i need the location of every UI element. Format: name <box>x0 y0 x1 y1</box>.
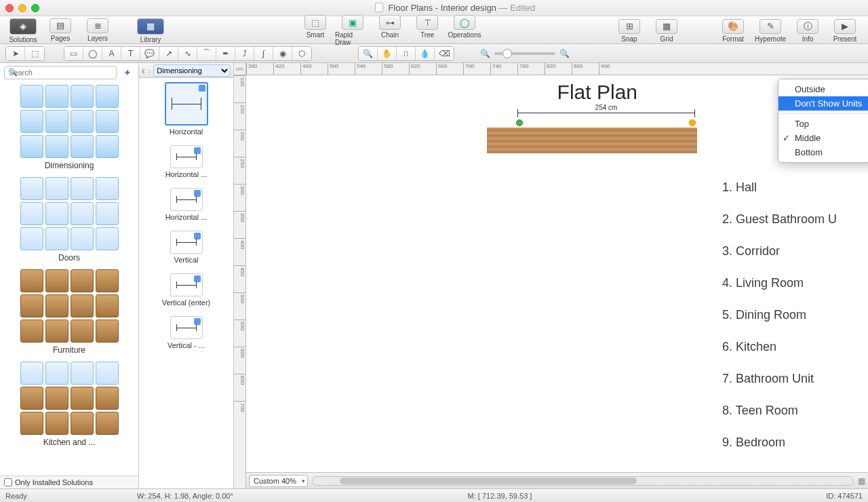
chain-button[interactable]: ⊶Chain <box>372 15 408 46</box>
textbox-tool[interactable]: 𝖳 <box>121 47 140 60</box>
zoom-tool[interactable]: 🔍 <box>359 47 378 60</box>
shape-item-4[interactable]: Vertical (enter) <box>143 273 229 307</box>
pages-button[interactable]: ▤Pages <box>43 18 78 43</box>
titlebar: Floor Plans - Interior design — Edited <box>0 0 868 16</box>
search-wand-icon[interactable]: ✦ <box>121 66 134 79</box>
legend-4: 4. Living Room <box>722 276 861 290</box>
shape-item-5[interactable]: Vertical - ... <box>143 316 229 349</box>
shape-category-select[interactable]: Dimensioning <box>153 64 231 77</box>
lib-doors[interactable]: Doors <box>4 177 134 263</box>
stamp-tool[interactable]: ◉ <box>273 47 292 60</box>
ctx-middle[interactable]: ✓Middle <box>778 131 868 145</box>
eraser-tool[interactable]: ⌫ <box>435 47 454 60</box>
grid-button[interactable]: ▦Grid <box>649 19 684 43</box>
library-button[interactable]: ▦Library <box>133 18 168 43</box>
horizontal-ruler[interactable]: 3804204605005405806206607007407808208609… <box>246 63 868 75</box>
minimize-window-button[interactable] <box>18 4 26 12</box>
ctx-outside[interactable]: Outside <box>778 82 868 96</box>
main-area: 🔍 ✦ Dimensioning Doors Furniture Kitchen… <box>0 63 868 488</box>
legend-6: 6. Kitchen <box>722 340 861 354</box>
operations-button[interactable]: ◯Operations <box>447 15 482 46</box>
dim-handle-right[interactable] <box>689 119 696 126</box>
text-tool[interactable]: A <box>102 47 121 60</box>
lib-kitchen[interactable]: Kitchen and ... <box>4 362 134 447</box>
rect-tool[interactable]: ▭ <box>64 47 83 60</box>
legend-9: 9. Bedroom <box>722 436 861 450</box>
legend-7: 7. Bathroom Unit <box>722 372 861 386</box>
rapid-draw-button[interactable]: ▣Rapid Draw <box>335 15 370 46</box>
ctx-dont-show-units[interactable]: Don't Show Units <box>778 96 868 111</box>
connector-tool[interactable]: ∿ <box>178 47 197 60</box>
floor-plan[interactable]: 254 cm 5 4 6 8 9 3 7 2 1 <box>253 113 717 472</box>
legend-8: 8. Teen Room <box>722 404 861 418</box>
legend-1: 1. Hall <box>722 180 861 195</box>
shape-panel: ‹ › Dimensioning HorizontalHorizontal ..… <box>139 63 234 488</box>
pointer-tool[interactable]: ➤ <box>6 47 25 60</box>
ctx-top[interactable]: Top <box>778 117 868 131</box>
shape-item-2[interactable]: Horizontal ... <box>143 188 229 221</box>
plan-title: Flat Plan <box>557 81 637 104</box>
spline-tool[interactable]: ∫ <box>254 47 273 60</box>
shape-nav-back[interactable]: ‹ <box>142 65 145 76</box>
pen-tool[interactable]: ✒ <box>216 47 235 60</box>
close-window-button[interactable] <box>5 4 14 12</box>
main-toolbar: ◈Solutions ▤Pages ≣Layers ▦Library ⬚Smar… <box>0 16 868 44</box>
ruler-unit: cm <box>234 63 246 75</box>
only-installed-checkbox[interactable]: Only Installed Solutions <box>0 476 138 488</box>
present-button[interactable]: ▶Present <box>827 19 863 43</box>
shape-item-3[interactable]: Vertical <box>143 231 229 264</box>
lib-furniture[interactable]: Furniture <box>4 269 134 355</box>
zoom-window-button[interactable] <box>31 4 39 12</box>
zoom-slider-group: 🔍 🔍 <box>480 49 570 58</box>
dimension-label: 254 cm <box>593 104 620 111</box>
ellipse-tool[interactable]: ◯ <box>83 47 102 60</box>
legend-5: 5. Dining Room <box>722 308 861 322</box>
shape-tool[interactable]: ⬡ <box>292 47 311 60</box>
shape-item-1[interactable]: Horizontal ... <box>143 145 229 178</box>
legend-2: 2. Guest Bathroom U <box>722 212 861 227</box>
eyedropper-tool[interactable]: 💧 <box>416 47 435 60</box>
canvas-footer: Custom 40% ▦ <box>246 472 868 488</box>
search-icon: 🔍 <box>8 68 18 77</box>
shape-nav-fwd[interactable]: › <box>148 65 151 76</box>
stamp2-tool[interactable]: ⎍ <box>397 47 416 60</box>
arc-tool[interactable]: ⌒ <box>197 47 216 60</box>
vertical-ruler[interactable]: 100150200250300350400450500550600650700 <box>234 75 246 488</box>
callout-tool[interactable]: 💬 <box>140 47 159 60</box>
zoom-out-icon[interactable]: 🔍 <box>480 49 490 58</box>
page-grid-icon[interactable]: ▦ <box>858 476 865 486</box>
lib-dimensioning[interactable]: Dimensioning <box>4 85 134 170</box>
status-dims: W: 254, H: 1.98, Angle: 0.00° <box>137 492 273 500</box>
window-title: Floor Plans - Interior design — Edited <box>47 3 863 13</box>
dimension-line[interactable]: 254 cm <box>517 113 695 122</box>
status-ready: Ready <box>5 492 121 500</box>
dim-handle-left[interactable] <box>516 119 523 126</box>
zoom-slider[interactable] <box>494 52 555 55</box>
context-menu: Outside Don't Show Units Top ✓Middle Bot… <box>778 79 868 163</box>
hand-tool[interactable]: ✋ <box>378 47 397 60</box>
bezier-tool[interactable]: ⤴ <box>235 47 254 60</box>
tree-button[interactable]: ⊤Tree <box>410 15 445 46</box>
status-bar: Ready W: 254, H: 1.98, Angle: 0.00° M: [… <box>0 488 868 502</box>
horizontal-scrollbar[interactable] <box>312 476 854 486</box>
status-mouse: M: [ 712.39, 59.53 ] <box>289 492 711 500</box>
drawing-canvas[interactable]: Flat Plan 1. Hall2. Guest Bathroom U3. C… <box>246 75 868 472</box>
legend-3: 3. Corridor <box>722 244 861 258</box>
line-tool[interactable]: ↗ <box>159 47 178 60</box>
zoom-select[interactable]: Custom 40% <box>249 475 308 487</box>
marquee-tool[interactable]: ⬚ <box>25 47 44 60</box>
format-button[interactable]: 🎨Format <box>715 19 751 43</box>
document-icon <box>375 3 383 12</box>
solutions-button[interactable]: ◈Solutions <box>5 18 41 43</box>
library-panel: 🔍 ✦ Dimensioning Doors Furniture Kitchen… <box>0 63 139 488</box>
ctx-bottom[interactable]: Bottom <box>778 145 868 159</box>
search-input[interactable] <box>4 66 117 79</box>
zoom-in-icon[interactable]: 🔍 <box>559 49 570 58</box>
shape-item-0[interactable]: Horizontal <box>143 82 229 136</box>
status-id: ID: 474571 <box>727 492 863 500</box>
hypernote-button[interactable]: ✎Hypernote <box>753 19 788 43</box>
info-button[interactable]: ⓘInfo <box>790 19 825 43</box>
snap-button[interactable]: ⊞Snap <box>612 19 647 43</box>
smart-button[interactable]: ⬚Smart <box>298 15 333 46</box>
layers-button[interactable]: ≣Layers <box>80 18 115 43</box>
